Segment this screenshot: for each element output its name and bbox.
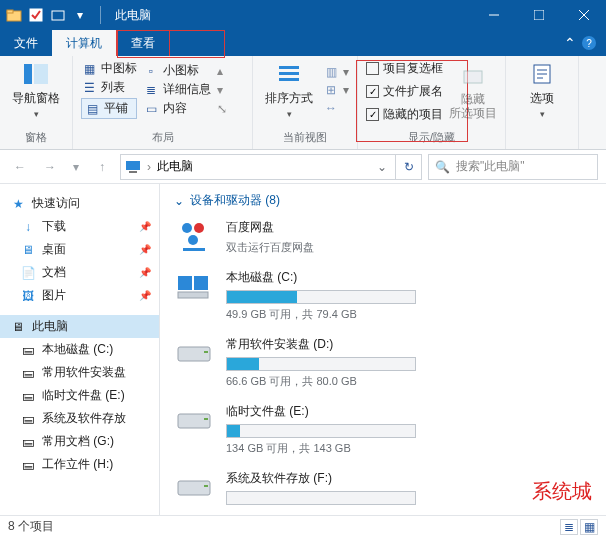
size-columns[interactable]: ↔ [323,100,349,116]
drive-icon: 🖴 [20,434,36,450]
tile-baidu[interactable]: 百度网盘 双击运行百度网盘 [174,219,592,255]
svg-rect-5 [534,10,544,20]
pin-icon: 📌 [139,267,151,278]
layout-medium-icons[interactable]: ▦中图标 [81,60,137,77]
layout-details[interactable]: ≣详细信息 [143,81,211,98]
expand-icon[interactable]: ⤡ [217,102,227,116]
view-details-button[interactable]: ≣ [560,519,578,535]
nav-pane-button[interactable]: 导航窗格 ▾ [8,60,64,119]
svg-rect-3 [52,11,64,20]
sort-icon [275,60,303,88]
layout-content[interactable]: ▭内容 [143,100,211,117]
qat-dropdown-icon[interactable]: ▾ [72,7,88,23]
svg-rect-8 [24,64,32,84]
new-folder-icon[interactable] [50,7,66,23]
group-options: 选项 ▾ [506,56,579,149]
sidebar-this-pc[interactable]: 🖥此电脑 [0,315,159,338]
close-button[interactable] [561,0,606,30]
group-panes: 导航窗格 ▾ 窗格 [0,56,73,149]
search-placeholder: 搜索"此电脑" [456,158,525,175]
address-dropdown-icon[interactable]: ⌄ [373,160,391,174]
svg-rect-13 [464,71,482,83]
sidebar-drive-g[interactable]: 🖴常用文档 (G:) [0,430,159,453]
svg-rect-28 [178,481,210,495]
tile-drive[interactable]: 系统及软件存放 (F:) [174,470,592,508]
desktop-icon: 🖥 [20,242,36,258]
tile-drive[interactable]: 临时文件盘 (E:) 134 GB 可用，共 143 GB [174,403,592,456]
properties-icon[interactable] [28,7,44,23]
refresh-button[interactable]: ↻ [396,154,422,180]
minimize-button[interactable] [471,0,516,30]
history-dropdown[interactable]: ▾ [68,155,84,179]
sidebar-drive-d[interactable]: 🖴常用软件安装盘 [0,361,159,384]
chevron-down-icon: ▾ [540,109,545,119]
drive-icon: 🖴 [20,342,36,358]
group-by[interactable]: ▥▾ [323,64,349,80]
drive-icon: 🖴 [20,411,36,427]
drive-icon: 🖴 [20,388,36,404]
maximize-button[interactable] [516,0,561,30]
svg-rect-16 [129,171,137,173]
group-show-hide: 项目复选框 ✓文件扩展名 ✓隐藏的项目 隐藏 所选项目 显示/隐藏 [358,56,506,149]
download-icon: ↓ [20,219,36,235]
medium-icons-icon: ▦ [81,61,97,77]
svg-point-17 [182,223,192,233]
svg-rect-27 [204,418,208,420]
tab-view[interactable]: 查看 [116,30,170,56]
sidebar-drive-h[interactable]: 🖴工作立件 (H:) [0,453,159,476]
tile-drive[interactable]: 常用软件安装盘 (D:) 66.6 GB 可用，共 80.0 GB [174,336,592,389]
scroll-down-icon[interactable]: ▾ [217,83,227,97]
back-button[interactable]: ← [8,155,32,179]
section-devices[interactable]: ⌄设备和驱动器 (8) [174,192,592,209]
status-text: 8 个项目 [8,518,54,535]
layout-small-icons[interactable]: ▫小图标 [143,62,211,79]
sidebar-drive-c[interactable]: 🖴本地磁盘 (C:) [0,338,159,361]
drive-icon: 🖴 [20,457,36,473]
group-layout: ▦中图标 ☰列表 ▤平铺 ▫小图标 ≣详细信息 ▭内容 ▴ ▾ ⤡ 布局 [73,56,253,149]
svg-point-18 [194,223,204,233]
chevron-down-icon: ▾ [34,109,39,119]
check-hidden-items[interactable]: ✓隐藏的项目 [366,106,443,123]
svg-rect-1 [7,10,13,13]
layout-list[interactable]: ☰列表 [81,79,137,96]
check-file-ext[interactable]: ✓文件扩展名 [366,83,443,100]
window-title: 此电脑 [115,7,151,24]
baidu-icon [174,219,214,251]
sidebar-quick-access[interactable]: ★快速访问 [0,192,159,215]
sidebar-drive-f[interactable]: 🖴系统及软件存放 [0,407,159,430]
address-bar[interactable]: › 此电脑 ⌄ [120,154,396,180]
scroll-up-icon[interactable]: ▴ [217,64,227,78]
view-tiles-button[interactable]: ▦ [580,519,598,535]
tile-drive[interactable]: 本地磁盘 (C:) 49.9 GB 可用，共 79.4 GB [174,269,592,322]
hide-selected-button: 隐藏 所选项目 [449,63,497,119]
svg-point-19 [188,235,198,245]
forward-button[interactable]: → [38,155,62,179]
documents-icon: 📄 [20,265,36,281]
search-box[interactable]: 🔍 搜索"此电脑" [428,154,598,180]
drive-icon [174,403,214,435]
options-icon [528,60,556,88]
sidebar-downloads[interactable]: ↓下载📌 [0,215,159,238]
help-icon[interactable]: ? [582,36,596,50]
sidebar-drive-e[interactable]: 🖴临时文件盘 (E:) [0,384,159,407]
star-icon: ★ [10,196,26,212]
sort-button[interactable]: 排序方式 ▾ [261,60,317,119]
svg-rect-20 [183,248,205,251]
up-button[interactable]: ↑ [90,155,114,179]
check-item-checkboxes[interactable]: 项目复选框 [366,60,443,77]
sidebar-pictures[interactable]: 🖼图片📌 [0,284,159,307]
collapse-ribbon-icon[interactable]: ⌃ [564,35,576,51]
capacity-bar [226,357,416,371]
tab-file[interactable]: 文件 [0,30,52,56]
status-bar: 8 个项目 ≣ ▦ [0,515,606,537]
tab-computer[interactable]: 计算机 [52,30,116,56]
title-bar: ▾ 此电脑 [0,0,606,30]
checkbox-checked-icon: ✓ [366,85,379,98]
options-button[interactable]: 选项 ▾ [514,60,570,119]
sidebar-desktop[interactable]: 🖥桌面📌 [0,238,159,261]
pc-icon [125,159,141,175]
checkbox-icon [366,62,379,75]
add-columns[interactable]: ⊞▾ [323,82,349,98]
sidebar-documents[interactable]: 📄文档📌 [0,261,159,284]
layout-tiles[interactable]: ▤平铺 [81,98,137,119]
